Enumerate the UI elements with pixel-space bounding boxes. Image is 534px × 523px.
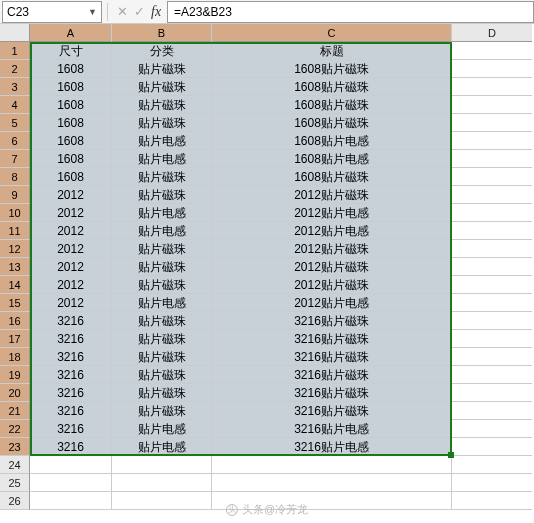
cell-b[interactable]: 贴片电感 bbox=[112, 294, 212, 312]
cell-a[interactable] bbox=[30, 474, 112, 492]
cell-a[interactable]: 3216 bbox=[30, 402, 112, 420]
row-header[interactable]: 2 bbox=[0, 60, 30, 78]
cell-d[interactable] bbox=[452, 78, 532, 96]
row-header[interactable]: 6 bbox=[0, 132, 30, 150]
cell-a[interactable]: 2012 bbox=[30, 294, 112, 312]
cell-c[interactable] bbox=[212, 474, 452, 492]
cell-c[interactable]: 1608贴片电感 bbox=[212, 132, 452, 150]
cell-a[interactable]: 3216 bbox=[30, 348, 112, 366]
cell-b[interactable]: 贴片磁珠 bbox=[112, 78, 212, 96]
cell-d[interactable] bbox=[452, 420, 532, 438]
cell-c[interactable]: 3216贴片电感 bbox=[212, 438, 452, 456]
select-all-corner[interactable] bbox=[0, 24, 30, 42]
row-header[interactable]: 7 bbox=[0, 150, 30, 168]
cell-d[interactable] bbox=[452, 96, 532, 114]
cell-a[interactable]: 尺寸 bbox=[30, 42, 112, 60]
cell-d[interactable] bbox=[452, 312, 532, 330]
cell-c[interactable]: 2012贴片磁珠 bbox=[212, 276, 452, 294]
cell-b[interactable]: 贴片磁珠 bbox=[112, 258, 212, 276]
cell-c[interactable]: 3216贴片磁珠 bbox=[212, 312, 452, 330]
cell-d[interactable] bbox=[452, 42, 532, 60]
cell-a[interactable]: 2012 bbox=[30, 204, 112, 222]
cell-a[interactable]: 1608 bbox=[30, 132, 112, 150]
cell-b[interactable] bbox=[112, 456, 212, 474]
cell-a[interactable]: 3216 bbox=[30, 366, 112, 384]
cell-d[interactable] bbox=[452, 186, 532, 204]
cell-d[interactable] bbox=[452, 330, 532, 348]
row-header[interactable]: 19 bbox=[0, 366, 30, 384]
row-header[interactable]: 26 bbox=[0, 492, 30, 510]
row-header[interactable]: 22 bbox=[0, 420, 30, 438]
cell-b[interactable]: 贴片磁珠 bbox=[112, 366, 212, 384]
cell-d[interactable] bbox=[452, 60, 532, 78]
data-area[interactable]: 尺寸分类标题1608贴片磁珠1608贴片磁珠1608贴片磁珠1608贴片磁珠16… bbox=[30, 42, 532, 510]
row-header[interactable]: 25 bbox=[0, 474, 30, 492]
row-header[interactable]: 13 bbox=[0, 258, 30, 276]
cell-b[interactable]: 贴片磁珠 bbox=[112, 60, 212, 78]
cell-c[interactable]: 3216贴片磁珠 bbox=[212, 366, 452, 384]
row-header[interactable]: 10 bbox=[0, 204, 30, 222]
col-header-c[interactable]: C bbox=[212, 24, 452, 42]
cell-c[interactable]: 1608贴片磁珠 bbox=[212, 60, 452, 78]
cell-a[interactable] bbox=[30, 492, 112, 510]
row-header[interactable]: 12 bbox=[0, 240, 30, 258]
cell-a[interactable]: 2012 bbox=[30, 186, 112, 204]
cell-b[interactable]: 贴片电感 bbox=[112, 204, 212, 222]
cell-a[interactable]: 2012 bbox=[30, 276, 112, 294]
col-header-b[interactable]: B bbox=[112, 24, 212, 42]
cell-c[interactable]: 2012贴片磁珠 bbox=[212, 186, 452, 204]
cell-a[interactable]: 3216 bbox=[30, 438, 112, 456]
cell-a[interactable]: 1608 bbox=[30, 78, 112, 96]
cell-c[interactable]: 1608贴片磁珠 bbox=[212, 96, 452, 114]
row-header[interactable]: 20 bbox=[0, 384, 30, 402]
cell-c[interactable]: 2012贴片电感 bbox=[212, 222, 452, 240]
cell-d[interactable] bbox=[452, 132, 532, 150]
cell-d[interactable] bbox=[452, 384, 532, 402]
cell-a[interactable]: 2012 bbox=[30, 258, 112, 276]
cell-d[interactable] bbox=[452, 240, 532, 258]
row-header[interactable]: 21 bbox=[0, 402, 30, 420]
row-header[interactable]: 8 bbox=[0, 168, 30, 186]
row-header[interactable]: 5 bbox=[0, 114, 30, 132]
row-header[interactable]: 4 bbox=[0, 96, 30, 114]
cell-c[interactable]: 3216贴片磁珠 bbox=[212, 330, 452, 348]
cell-b[interactable] bbox=[112, 474, 212, 492]
cell-c[interactable]: 1608贴片电感 bbox=[212, 150, 452, 168]
row-header[interactable]: 16 bbox=[0, 312, 30, 330]
cell-b[interactable]: 贴片电感 bbox=[112, 438, 212, 456]
cell-c[interactable]: 3216贴片磁珠 bbox=[212, 402, 452, 420]
row-header[interactable]: 3 bbox=[0, 78, 30, 96]
cell-c[interactable]: 1608贴片磁珠 bbox=[212, 168, 452, 186]
cell-d[interactable] bbox=[452, 258, 532, 276]
cell-b[interactable]: 贴片电感 bbox=[112, 132, 212, 150]
row-header[interactable]: 11 bbox=[0, 222, 30, 240]
col-header-a[interactable]: A bbox=[30, 24, 112, 42]
cell-b[interactable]: 贴片磁珠 bbox=[112, 114, 212, 132]
fx-icon[interactable]: fx bbox=[151, 4, 161, 20]
cell-c[interactable] bbox=[212, 456, 452, 474]
cell-c[interactable]: 2012贴片电感 bbox=[212, 204, 452, 222]
row-header[interactable]: 17 bbox=[0, 330, 30, 348]
row-header[interactable]: 9 bbox=[0, 186, 30, 204]
cell-d[interactable] bbox=[452, 474, 532, 492]
cell-b[interactable]: 贴片磁珠 bbox=[112, 384, 212, 402]
name-box-dropdown-icon[interactable]: ▼ bbox=[88, 7, 97, 17]
cell-a[interactable]: 1608 bbox=[30, 168, 112, 186]
cell-c[interactable]: 3216贴片电感 bbox=[212, 420, 452, 438]
row-header[interactable]: 18 bbox=[0, 348, 30, 366]
cell-c[interactable]: 1608贴片磁珠 bbox=[212, 114, 452, 132]
cell-b[interactable]: 贴片磁珠 bbox=[112, 168, 212, 186]
row-header[interactable]: 1 bbox=[0, 42, 30, 60]
cell-d[interactable] bbox=[452, 366, 532, 384]
cell-c[interactable]: 2012贴片磁珠 bbox=[212, 240, 452, 258]
formula-input[interactable]: =A23&B23 bbox=[167, 1, 534, 23]
cell-d[interactable] bbox=[452, 204, 532, 222]
cell-b[interactable]: 贴片磁珠 bbox=[112, 96, 212, 114]
cell-a[interactable]: 1608 bbox=[30, 150, 112, 168]
cell-a[interactable]: 1608 bbox=[30, 114, 112, 132]
cell-a[interactable] bbox=[30, 456, 112, 474]
cell-c[interactable]: 3216贴片磁珠 bbox=[212, 348, 452, 366]
cell-d[interactable] bbox=[452, 456, 532, 474]
cell-a[interactable]: 1608 bbox=[30, 60, 112, 78]
cell-b[interactable]: 贴片磁珠 bbox=[112, 240, 212, 258]
